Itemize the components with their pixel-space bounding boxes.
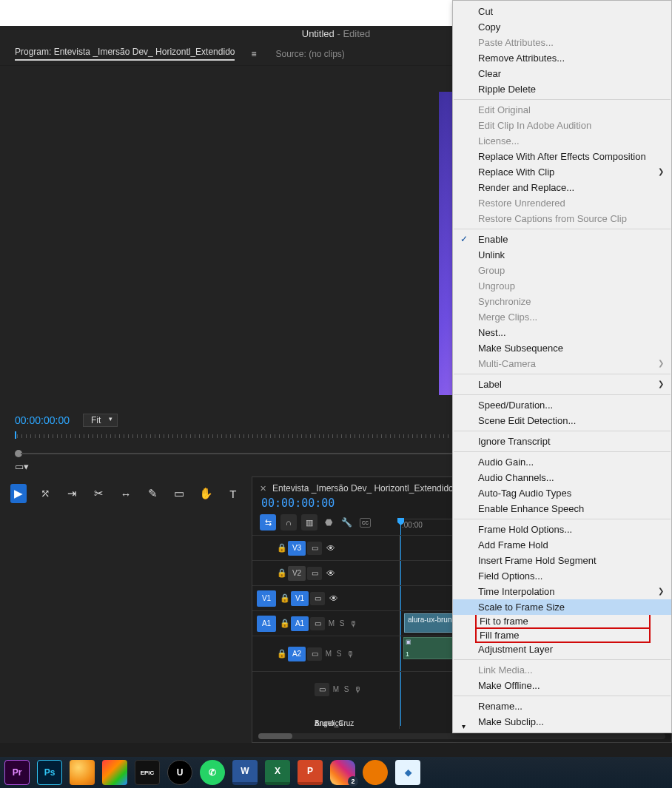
menu-item[interactable]: Insert Frame Hold Segment	[453, 553, 671, 568]
menu-item[interactable]: Time Interpolation❯	[453, 584, 671, 599]
menu-item[interactable]: Enable✓	[453, 232, 671, 247]
menu-item[interactable]: Make Subclip...	[453, 714, 671, 730]
voiceover-mic-icon[interactable]: 🎙	[344, 650, 356, 659]
program-tab[interactable]: Program: Entevista _Imersão Dev_ Horizon…	[15, 47, 235, 61]
orange-app-icon[interactable]	[70, 760, 95, 785]
menu-item[interactable]: Label❯	[453, 377, 671, 392]
menu-item[interactable]: Copy	[453, 19, 671, 35]
sync-lock-icon[interactable]: ▭	[307, 542, 322, 555]
menu-item[interactable]: Enable Enhance Speech	[453, 501, 671, 516]
photoshop-taskbar-icon[interactable]: Ps	[37, 760, 62, 785]
solo-s[interactable]: S	[341, 685, 352, 693]
eye-icon[interactable]: 👁	[326, 593, 341, 604]
menu-item[interactable]: Unlink	[453, 247, 671, 263]
snap-toggle[interactable]: ∩	[280, 514, 297, 531]
pen-tool[interactable]: ✎	[144, 484, 161, 503]
sketchup-icon[interactable]: ◆	[395, 760, 420, 785]
captions-badge[interactable]: cc	[360, 518, 371, 528]
lock-icon[interactable]: 🔒	[279, 619, 291, 628]
marker-tool-icon[interactable]: ⬣	[322, 514, 335, 531]
sequence-title[interactable]: Entevista _Imersão Dev_ Horizontl_Extend…	[272, 483, 454, 494]
rectangle-tool[interactable]: ▭	[171, 484, 187, 503]
voiceover-mic-icon[interactable]: 🎙	[352, 685, 363, 694]
lock-icon[interactable]: 🔒	[276, 568, 288, 578]
blender-icon[interactable]	[363, 760, 388, 785]
menu-item[interactable]: Ripple Delete	[453, 81, 671, 97]
powerpoint-icon[interactable]: P	[298, 760, 323, 785]
menu-item[interactable]: Adjustment Layer	[453, 641, 671, 657]
type-tool[interactable]: T	[225, 484, 241, 503]
scrollbar-thumb[interactable]	[258, 733, 292, 739]
slip-tool[interactable]: ↔	[118, 484, 134, 503]
eye-icon[interactable]: 👁	[323, 568, 338, 579]
safe-margins-icon[interactable]: ▭▾	[15, 461, 29, 472]
solo-s[interactable]: S	[334, 650, 344, 658]
menu-item[interactable]: Render and Replace...	[453, 180, 671, 195]
sync-lock-icon[interactable]: ▭	[310, 592, 325, 605]
word-icon[interactable]: W	[232, 760, 258, 785]
track-label-v3[interactable]: V3	[288, 541, 306, 556]
sync-lock-icon[interactable]: ▭	[307, 567, 322, 580]
track-select-tool[interactable]: ⤱	[37, 484, 53, 503]
ripple-edit-tool[interactable]: ⇥	[64, 484, 80, 503]
menu-item[interactable]: Rename...	[453, 698, 671, 714]
source-tab[interactable]: Source: (no clips)	[276, 49, 345, 59]
menu-item[interactable]: Remove Attributes...	[453, 50, 671, 66]
track-label-v1[interactable]: V1	[291, 591, 309, 606]
lock-icon[interactable]: 🔒	[276, 649, 288, 659]
settings-wrench-icon[interactable]: 🔧	[340, 514, 353, 531]
menu-item[interactable]: Cut	[453, 4, 671, 19]
linked-selection-toggle[interactable]: ▥	[301, 514, 317, 531]
hand-tool[interactable]: ✋	[198, 484, 215, 503]
menu-item[interactable]: Make Offline...	[453, 678, 671, 693]
menu-item[interactable]: Make Subsequence	[453, 340, 671, 356]
source-patch-v1[interactable]: V1	[257, 590, 276, 607]
source-patch-a1[interactable]: A1	[257, 616, 276, 632]
timeline-h-scrollbar[interactable]	[258, 733, 665, 739]
menu-item-highlighted[interactable]: Fit to frame	[475, 613, 651, 629]
eye-icon[interactable]: 👁	[323, 543, 338, 553]
lock-icon[interactable]: 🔒	[279, 593, 291, 603]
menu-item[interactable]: Auto-Tag Audio Types	[453, 485, 671, 501]
mute-m[interactable]: M	[323, 650, 334, 658]
panel-menu-icon[interactable]: ≡	[251, 49, 256, 59]
menu-item-highlighted[interactable]: Fill frame	[475, 627, 651, 643]
razor-tool[interactable]: ✂	[91, 484, 107, 503]
creative-cloud-icon[interactable]	[102, 760, 127, 785]
menu-item[interactable]: Audio Gain...	[453, 454, 671, 470]
menu-item[interactable]: Clear	[453, 66, 671, 81]
menu-item[interactable]: Scene Edit Detection...	[453, 413, 671, 428]
nest-toggle[interactable]: ⇆	[260, 514, 276, 531]
epic-games-icon[interactable]: EPIC	[135, 760, 160, 785]
sync-lock-icon[interactable]: ▭	[315, 683, 329, 696]
menu-item[interactable]: Replace With Clip❯	[453, 164, 671, 180]
menu-item[interactable]: Speed/Duration...	[453, 397, 671, 413]
menu-item[interactable]: Audio Channels...	[453, 470, 671, 485]
track-label-v2[interactable]: V2	[288, 566, 306, 581]
unreal-engine-icon[interactable]: U	[167, 760, 192, 785]
excel-icon[interactable]: X	[265, 760, 290, 785]
premiere-taskbar-icon[interactable]: Pr	[4, 760, 30, 785]
program-timecode[interactable]: 00:00:00:00	[15, 414, 70, 426]
solo-s[interactable]: S	[337, 619, 347, 627]
mute-m[interactable]: M	[326, 619, 337, 627]
mute-m[interactable]: M	[331, 685, 341, 693]
instagram-icon[interactable]: 2	[330, 760, 355, 785]
zoom-fit-dropdown[interactable]: Fit	[83, 414, 118, 427]
menu-item[interactable]: Add Frame Hold	[453, 537, 671, 553]
menu-item[interactable]: Scale to Frame Size	[453, 599, 671, 615]
lock-icon[interactable]: 🔒	[276, 543, 288, 553]
menu-item[interactable]: Replace With After Effects Composition	[453, 149, 671, 164]
menu-item[interactable]: Frame Hold Options...	[453, 522, 671, 537]
menu-item[interactable]: Field Options...	[453, 568, 671, 584]
close-sequence-icon[interactable]: ✕	[260, 484, 266, 494]
sync-lock-icon[interactable]: ▭	[310, 617, 325, 630]
menu-item[interactable]: Nest...	[453, 325, 671, 340]
track-label-a2[interactable]: A2	[288, 647, 306, 661]
selection-tool[interactable]: ▶	[10, 484, 27, 503]
track-label-a1[interactable]: A1	[291, 616, 309, 631]
whatsapp-icon[interactable]: ✆	[200, 760, 225, 785]
menu-item[interactable]: Ignore Transcript	[453, 434, 671, 449]
voiceover-mic-icon[interactable]: 🎙	[347, 619, 359, 628]
sync-lock-icon[interactable]: ▭	[307, 647, 322, 661]
